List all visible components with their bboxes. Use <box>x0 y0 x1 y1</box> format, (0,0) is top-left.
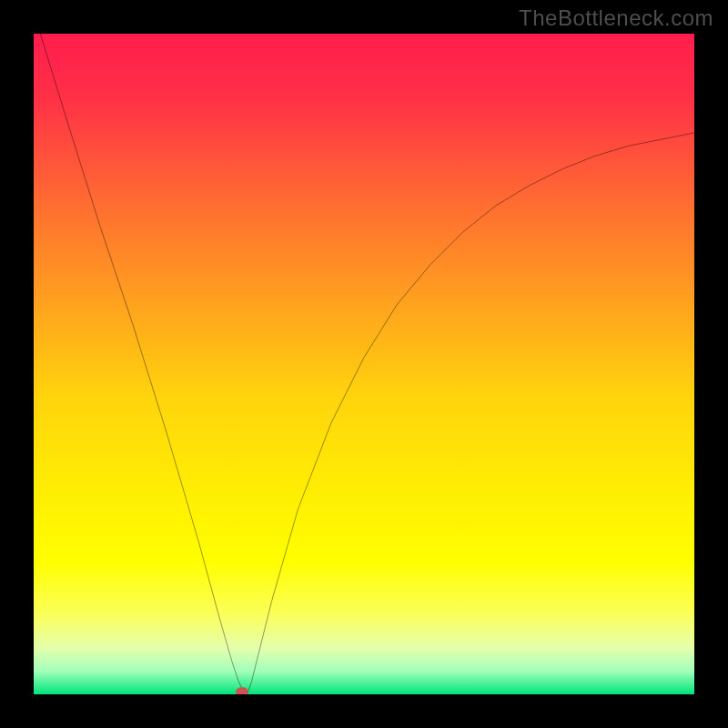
watermark-text: TheBottleneck.com <box>519 5 713 31</box>
bottleneck-curve <box>34 34 694 694</box>
chart-frame: TheBottleneck.com <box>0 0 728 728</box>
minimum-marker <box>236 687 248 694</box>
plot-area <box>34 34 694 694</box>
